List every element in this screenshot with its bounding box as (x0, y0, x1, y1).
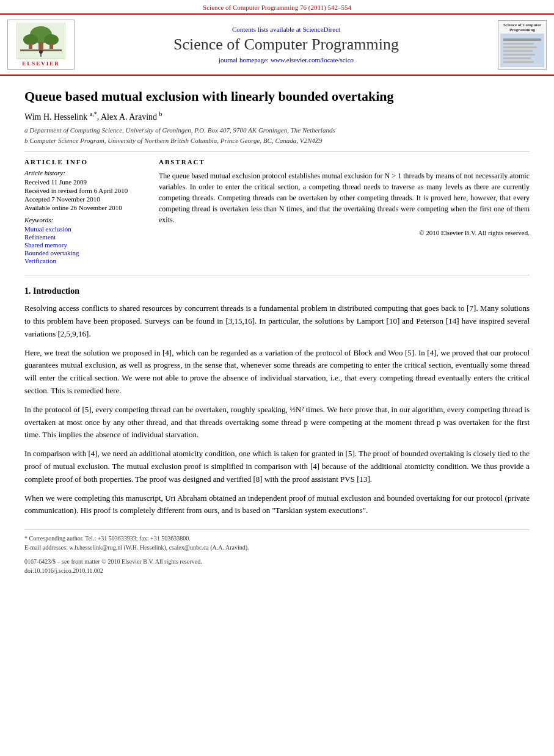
journal-reference-bar: Science of Computer Programming 76 (2011… (0, 0, 554, 13)
elsevier-logo: ELSEVIER (7, 20, 75, 70)
section-divider (24, 275, 530, 275)
svg-rect-6 (49, 44, 53, 49)
thumb-title-text: Science of Computer Programming (500, 23, 544, 32)
journal-homepage-line: journal homepage: www.elsevier.com/locat… (81, 56, 492, 64)
keyword-shared-memory[interactable]: Shared memory (24, 241, 147, 249)
authors-line: Wim H. Hesselink a,*, Alex A. Aravind b (24, 111, 530, 122)
affiliations: a Department of Computing Science, Unive… (24, 125, 530, 145)
svg-rect-15 (503, 54, 535, 56)
info-abstract-columns: ARTICLE INFO Article history: Received 1… (24, 158, 530, 265)
section1-para3: In the protocol of [5], every competing … (24, 404, 530, 442)
affiliation-a: a Department of Computing Science, Unive… (24, 125, 530, 136)
section1-para2: Here, we treat the solution we proposed … (24, 347, 530, 398)
contents-prefix: Contents lists available at (232, 26, 301, 33)
keyword-mutual-exclusion[interactable]: Mutual exclusion (24, 225, 147, 233)
keyword-refinement[interactable]: Refinement (24, 233, 147, 241)
elsevier-tree-image (16, 23, 65, 59)
svg-rect-14 (503, 50, 533, 52)
svg-point-8 (39, 50, 43, 54)
section1-para5: When we were completing this manuscript,… (24, 492, 530, 518)
svg-rect-16 (503, 57, 531, 59)
svg-rect-13 (503, 46, 537, 48)
available-date: Available online 26 November 2010 (24, 204, 147, 211)
svg-rect-4 (29, 44, 32, 49)
main-content: Queue based mutual exclusion with linear… (0, 76, 554, 587)
section1-para1: Resolving access conflicts to shared res… (24, 302, 530, 340)
abstract-column: ABSTRACT The queue based mutual exclusio… (159, 158, 530, 265)
svg-rect-2 (38, 42, 43, 49)
accepted-date: Accepted 7 November 2010 (24, 195, 147, 203)
affiliation-b: b Computer Science Program, University o… (24, 136, 530, 146)
journal-header: ELSEVIER Contents lists available at Sci… (0, 13, 554, 76)
footnote-issn: 0167-6423/$ – see front matter © 2010 El… (24, 557, 530, 566)
footnote-email: E-mail addresses: w.h.hesselink@rug.nl (… (24, 543, 530, 552)
section1-para4: In comparison with [4], we need an addit… (24, 448, 530, 485)
sciencedirect-link[interactable]: ScienceDirect (302, 26, 340, 33)
journal-thumbnail: Science of Computer Programming (498, 20, 547, 70)
footnote-bottom: 0167-6423/$ – see front matter © 2010 El… (24, 557, 530, 575)
article-title: Queue based mutual exclusion with linear… (24, 88, 530, 106)
authors-separator: , Alex A. Aravind (97, 112, 159, 121)
author-hesselink: Wim H. Hesselink (24, 112, 90, 121)
keyword-bounded-overtaking[interactable]: Bounded overtaking (24, 249, 147, 256)
footnote-doi: doi:10.1016/j.scico.2010.11.002 (24, 566, 530, 575)
svg-rect-12 (503, 43, 534, 45)
footnote-section: * Corresponding author. Tel.: +31 503633… (24, 529, 530, 552)
journal-title-area: Contents lists available at ScienceDirec… (81, 26, 492, 64)
author-hesselink-sup: a,* (90, 111, 97, 117)
svg-rect-17 (503, 61, 534, 63)
author-aravind-sup: b (159, 111, 162, 117)
received-date: Received 11 June 2009 (24, 178, 147, 186)
article-info-heading: ARTICLE INFO (24, 158, 147, 165)
journal-ref-text: Science of Computer Programming 76 (2011… (203, 4, 351, 11)
section1-title: 1. Introduction (24, 286, 530, 296)
journal-title: Science of Computer Programming (81, 35, 492, 54)
svg-point-5 (44, 34, 59, 45)
svg-point-3 (23, 34, 38, 45)
abstract-heading: ABSTRACT (159, 158, 530, 165)
revised-date: Received in revised form 6 April 2010 (24, 187, 147, 194)
elsevier-brand-text: ELSEVIER (22, 60, 60, 67)
keywords-label: Keywords: (24, 216, 147, 224)
svg-rect-11 (503, 38, 541, 41)
article-info-column: ARTICLE INFO Article history: Received 1… (24, 158, 147, 265)
header-divider (24, 151, 530, 152)
abstract-text: The queue based mutual exclusion protoco… (159, 170, 530, 225)
homepage-link[interactable]: www.elsevier.com/locate/scico (271, 56, 354, 64)
history-label: Article history: (24, 169, 147, 176)
homepage-prefix: journal homepage: (219, 56, 269, 64)
sciencedirect-line: Contents lists available at ScienceDirec… (81, 26, 492, 33)
copyright-text: © 2010 Elsevier B.V. All rights reserved… (159, 229, 530, 236)
thumb-image (500, 34, 544, 67)
footnote-corresponding: * Corresponding author. Tel.: +31 503633… (24, 534, 530, 543)
keyword-verification[interactable]: Verification (24, 257, 147, 264)
